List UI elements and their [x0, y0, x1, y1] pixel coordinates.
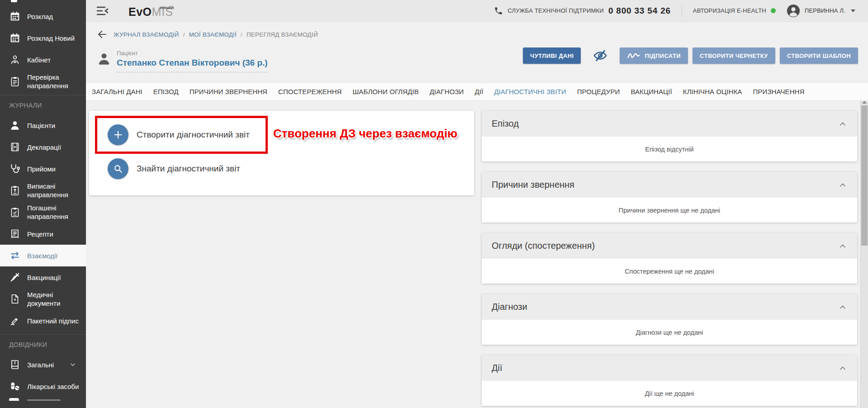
sidebar-item-label: Пацієнти [27, 121, 55, 130]
tab-diagnostic-reports[interactable]: ДІАГНОСТИЧНІ ЗВІТИ [489, 83, 571, 100]
sensitive-data-button[interactable]: ЧУТЛИВІ ДАНІ [523, 47, 581, 64]
sidebar-item-general[interactable]: Загальні [0, 354, 86, 375]
sidebar-item-clipped[interactable] [0, 397, 86, 401]
find-diagnostic-report-button[interactable]: Знайти діагностичний звіт [108, 158, 240, 179]
sidebar-item-appointments[interactable]: Прийоми [0, 158, 86, 180]
tabs-bar: ЗАГАЛЬНІ ДАНІЕПІЗОДПРИЧИНИ ЗВЕРНЕННЯСПОС… [86, 82, 868, 101]
declaration-icon [9, 141, 21, 153]
section-empty-text: Епізод відсутній [482, 137, 857, 161]
logo-primary: EvO [128, 5, 152, 18]
sidebar-item-cabinet[interactable]: Кабінет [0, 49, 86, 71]
sidebar-item-interactions[interactable]: Взаємодії [0, 245, 86, 266]
stethoscope-icon [9, 163, 21, 175]
tab-assignments[interactable]: ПРИЗНАЧЕННЯ [748, 83, 810, 100]
sidebar-item-label: Рецепти [27, 230, 53, 238]
create-draft-button[interactable]: СТВОРИТИ ЧЕРНЕТКУ [693, 47, 775, 64]
ehealth-status-dot [771, 8, 776, 13]
sidebar-item-medicines[interactable]: Лікарські засоби [0, 375, 86, 397]
action-bar: ЧУТЛИВІ ДАНІ ПІДПИСАТИ СТВОРИТИ ЧЕРНЕТКУ… [523, 47, 858, 64]
scroll-up-arrow-icon[interactable] [862, 101, 867, 104]
chevron-up-icon [838, 119, 847, 128]
tab-visit-reasons[interactable]: ПРИЧИНИ ЗВЕРНЕННЯ [184, 83, 273, 100]
hide-sensitive-button[interactable] [592, 48, 609, 63]
patient-name[interactable]: Степанко Степан Вікторович (36 р.) [117, 58, 268, 68]
section-header-visit-reasons[interactable]: Причини звернення [482, 172, 857, 198]
chevron-up-icon [838, 180, 847, 190]
create-diagnostic-report-button[interactable]: Створити діагностичний звіт [108, 124, 250, 145]
sidebar-item-referral-check[interactable]: Перевірка направлення [0, 71, 86, 92]
tab-clinical-assessment[interactable]: КЛІНІЧНА ОЦІНКА [678, 83, 748, 100]
pills-icon [9, 380, 21, 392]
chevron-up-icon [838, 242, 847, 251]
create-template-button[interactable]: СТВОРИТИ ШАБЛОН [780, 47, 858, 64]
user-avatar-icon[interactable] [787, 4, 800, 18]
section-header-diagnoses[interactable]: Діагнози [482, 294, 857, 320]
signature-squiggle-icon [627, 52, 640, 60]
tab-actions[interactable]: ДІЇ [469, 83, 489, 100]
tab-general-data[interactable]: ЗАГАЛЬНІ ДАНІ [86, 83, 148, 100]
tab-vaccinations[interactable]: ВАКЦИНАЦІЇ [625, 83, 677, 100]
sidebar-section-header: ЖУРНАЛИ [0, 95, 86, 114]
sidebar-item-medical-documents[interactable]: Медичні документи [0, 288, 86, 310]
back-arrow-icon[interactable] [97, 29, 108, 40]
breadcrumb-link[interactable]: МОЇ ВЗАЄМОДІЇ [189, 31, 237, 38]
exchange-icon [9, 250, 21, 261]
sidebar-item-label: Погашені направлення [27, 204, 83, 221]
sidebar-collapse-icon[interactable] [96, 5, 109, 17]
sidebar-item-label: Взаємодії [27, 251, 57, 260]
top-bar: EvOMIS eHealth СЛУЖБА ТЕХНІЧНОЇ ПІДТРИМК… [86, 0, 868, 22]
sidebar-item-prescriptions[interactable]: Рецепти [0, 223, 86, 245]
section-header-actions[interactable]: Дії [482, 355, 857, 381]
breadcrumb-items: ЖУРНАЛ ВЗАЄМОДІЙ/МОЇ ВЗАЄМОДІЇ/ПЕРЕГЛЯД … [114, 31, 318, 38]
sidebar-item-schedule-new[interactable]: Розклад Новий [0, 27, 86, 49]
section-title: Причини звернення [492, 180, 574, 190]
section-empty-text: Дії ще не додані [482, 381, 857, 406]
sidebar-item-label: Розклад Новий [27, 34, 75, 43]
doctor-icon [9, 54, 21, 66]
plus-icon [108, 124, 128, 145]
section-empty-text: Причини звернення ще не додані [482, 198, 857, 223]
sidebar-item-declarations[interactable]: Декларації [0, 136, 86, 158]
create-report-label: Створити діагностичний звіт [137, 130, 250, 140]
section-header-observations[interactable]: Огляди (спостереження) [482, 233, 857, 259]
breadcrumb-link[interactable]: ЖУРНАЛ ВЗАЄМОДІЙ [114, 31, 179, 38]
tab-observations[interactable]: СПОСТЕРЕЖЕННЯ [273, 83, 347, 100]
tab-exam-templates[interactable]: ШАБЛОНИ ОГЛЯДІВ [347, 83, 424, 100]
clipboard-out-icon [9, 185, 21, 196]
scrollbar-thumb[interactable] [861, 105, 868, 246]
sidebar-clipped-item-top [11, 0, 17, 2]
summary-panel: ЕпізодЕпізод відсутнійПричини зверненняП… [482, 111, 857, 408]
sidebar-item-vaccinations[interactable]: Вакцинації [0, 266, 86, 288]
sidebar-groups: РозкладРозклад НовийКабінетПеревірка нап… [0, 0, 86, 397]
ehealth-auth-link[interactable]: АВТОРИЗАЦІЯ E-HEALTH [693, 7, 766, 14]
tab-procedures[interactable]: ПРОЦЕДУРИ [572, 83, 626, 100]
sign-button[interactable]: ПІДПИСАТИ [620, 47, 688, 64]
sidebar-item-label: Вакцинації [27, 273, 61, 282]
sidebar-item-issued-referrals[interactable]: Виписані направлення [0, 180, 86, 201]
chevron-up-icon [838, 303, 847, 312]
chevron-up-icon [838, 364, 847, 373]
sidebar-item-redeemed-referrals[interactable]: Погашені направлення [0, 201, 86, 223]
breadcrumb-link: ПЕРЕГЛЯД ВЗАЄМОДІЙ [247, 31, 318, 38]
app-logo: EvOMIS eHealth [128, 4, 173, 18]
search-icon [108, 158, 128, 179]
section-header-episode[interactable]: Епізод [482, 111, 857, 137]
section-observations: Огляди (спостереження)Спостереження ще н… [482, 233, 857, 284]
tab-diagnoses[interactable]: ДІАГНОЗИ [424, 83, 470, 100]
sidebar-item-patients[interactable]: Пацієнти [0, 114, 86, 136]
sidebar-item-label: Загальні [27, 361, 54, 369]
user-name[interactable]: ПЕРВИННА Л. [805, 7, 845, 14]
phone-icon [494, 6, 503, 15]
tab-episode[interactable]: ЕПІЗОД [148, 83, 184, 100]
vertical-scrollbar[interactable] [860, 99, 868, 408]
sidebar-item-batch-signature[interactable]: Пакетний підпис [0, 310, 86, 332]
clipped-icon [9, 398, 19, 401]
sidebar-item-label: Кабінет [27, 56, 51, 64]
sidebar-item-label: Прийоми [27, 165, 56, 173]
section-actions: ДіїДії ще не додані [482, 355, 857, 406]
sidebar-item-schedule[interactable]: Розклад [0, 5, 86, 27]
calendar-icon [9, 10, 21, 22]
user-menu-caret-icon[interactable] [851, 9, 855, 12]
section-diagnoses: ДіагнозиДіагнози ще не додані [482, 294, 857, 345]
eye-off-icon [593, 49, 608, 62]
